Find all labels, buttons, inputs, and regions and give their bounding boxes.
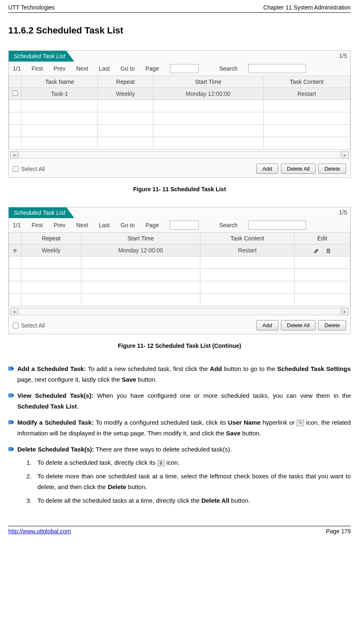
pager-first[interactable]: First	[31, 65, 43, 72]
search-input[interactable]	[248, 221, 306, 230]
figure-caption-2: Figure 11- 12 Scheduled Task List (Conti…	[8, 342, 351, 349]
footer-url-link[interactable]: http://www.uttglobal.com	[8, 528, 71, 535]
pager-next[interactable]: Next	[76, 65, 88, 72]
tab-scheduled-task-list[interactable]: Scheduled Task List	[9, 207, 74, 218]
page-footer: http://www.uttglobal.com Page 179	[8, 526, 351, 535]
content-list: Add a Scheduled Task: To add a new sched…	[8, 364, 351, 509]
col-edit: Edit	[294, 233, 350, 245]
goto-page-input[interactable]	[170, 64, 199, 73]
pager-last[interactable]: Last	[99, 65, 109, 72]
list-text: Delete Scheduled Task(s): There are thre…	[17, 444, 351, 509]
page-indicator: 1/5	[336, 51, 350, 61]
pager-goto-label: Go to	[121, 222, 135, 228]
delete-all-button[interactable]: Delete All	[281, 320, 316, 330]
bullet-arrow-icon	[8, 447, 14, 451]
select-all-label[interactable]: Select All	[13, 166, 45, 172]
select-all-checkbox[interactable]	[13, 323, 19, 328]
search-label: Search	[219, 65, 238, 72]
button-group: Add Delete All Delete	[256, 164, 346, 174]
num-text: To delete a scheduled task, directly cli…	[38, 457, 351, 468]
numbered-item-2: 2. To delete more than one scheduled tas…	[26, 471, 351, 492]
panel-top: Scheduled Task List 1/5	[9, 51, 350, 62]
col-repeat: Repeat	[21, 233, 81, 245]
numbered-list: 1. To delete a scheduled task, directly …	[26, 457, 351, 506]
scheduled-task-list-panel-1: Scheduled Task List 1/5 1/1 First Prev N…	[8, 50, 351, 178]
select-all-text: Select All	[21, 322, 45, 329]
table-row	[9, 269, 350, 281]
edit-icon: ✎	[297, 420, 304, 426]
pager-prev[interactable]: Prev	[54, 65, 66, 72]
scheduled-task-list-panel-2: Scheduled Task List 1/5 1/1 First Prev N…	[8, 207, 351, 334]
delete-button[interactable]: Delete	[318, 164, 346, 174]
select-all-label[interactable]: Select All	[13, 322, 45, 329]
pager-goto-label: Go to	[121, 65, 135, 72]
scroll-right-icon[interactable]: ►	[341, 308, 349, 315]
pager-prev[interactable]: Prev	[54, 222, 66, 228]
scroll-left-icon[interactable]: ◄	[10, 308, 18, 315]
num-label: 2.	[26, 471, 32, 492]
num-label: 3.	[26, 495, 32, 506]
tab-scheduled-task-list[interactable]: Scheduled Task List	[9, 51, 74, 62]
horizontal-scrollbar[interactable]: ◄ ►	[9, 306, 350, 317]
col-task-content: Task Content	[200, 233, 295, 245]
delete-button[interactable]: Delete	[318, 320, 346, 330]
table-row	[9, 294, 350, 306]
row-checkbox[interactable]	[12, 90, 18, 96]
add-button[interactable]: Add	[256, 320, 278, 330]
scroll-right-icon[interactable]: ►	[341, 151, 349, 159]
cell-task-content: Restart	[263, 88, 350, 100]
pager-page-label: Page	[145, 222, 159, 228]
svg-rect-1	[326, 249, 330, 250]
list-item-view: View Scheduled Task(s): When you have co…	[8, 390, 351, 411]
table-row	[9, 112, 350, 125]
list-item-delete: Delete Scheduled Task(s): There are thre…	[8, 444, 351, 509]
search-input[interactable]	[248, 64, 306, 73]
col-checkbox	[9, 76, 21, 88]
table-row	[9, 125, 350, 137]
pager-toolbar: 1/1 First Prev Next Last Go to Page Sear…	[9, 62, 350, 76]
scroll-track[interactable]	[19, 151, 340, 159]
table-row: Task-1 Weekly Monday 12:00:00 Restart	[9, 88, 350, 100]
table-row	[9, 137, 350, 150]
scroll-left-icon[interactable]: ◄	[10, 151, 18, 159]
horizontal-scrollbar[interactable]: ◄ ►	[9, 150, 350, 160]
pager-last[interactable]: Last	[99, 222, 109, 228]
list-text: Modify a Scheduled Task: To modify a con…	[17, 417, 351, 438]
col-task-content: Task Content	[263, 76, 350, 88]
table-row	[9, 281, 350, 294]
cell-task-name[interactable]: Task-1	[21, 88, 98, 100]
pager-next[interactable]: Next	[76, 222, 88, 228]
col-start-time: Start Time	[153, 76, 263, 88]
bullet-arrow-icon	[8, 393, 14, 397]
cell-partial: e	[9, 245, 21, 257]
add-button[interactable]: Add	[256, 164, 278, 174]
task-table: Repeat Start Time Task Content Edit e We…	[9, 232, 350, 306]
cell-repeat: Weekly	[21, 245, 81, 257]
table-row: e Weekly Monday 12:00:00 Restart	[9, 245, 350, 257]
search-label: Search	[219, 222, 238, 228]
panel-bottom-bar: Select All Add Delete All Delete	[9, 317, 350, 334]
col-start-time: Start Time	[81, 233, 200, 245]
num-text: To delete more than one scheduled task a…	[38, 471, 351, 492]
cell-task-content: Restart	[200, 245, 295, 257]
pager-counter: 1/1	[13, 222, 21, 228]
trash-icon[interactable]	[326, 248, 331, 254]
list-text: Add a Scheduled Task: To add a new sched…	[17, 364, 351, 385]
edit-icon[interactable]	[314, 248, 319, 254]
figure-caption-1: Figure 11- 11 Scheduled Task List	[8, 186, 351, 192]
cell-repeat: Weekly	[98, 88, 153, 100]
delete-all-button[interactable]: Delete All	[281, 164, 316, 174]
cell-start-time: Monday 12:00:00	[81, 245, 200, 257]
num-text: To delete all the scheduled tasks at a t…	[38, 495, 351, 506]
header-left: UTT Technologies	[8, 4, 55, 11]
list-item-modify: Modify a Scheduled Task: To modify a con…	[8, 417, 351, 438]
cell-edit-actions	[294, 245, 350, 257]
goto-page-input[interactable]	[170, 221, 199, 230]
panel-top: Scheduled Task List 1/5	[9, 207, 350, 218]
numbered-item-3: 3. To delete all the scheduled tasks at …	[26, 495, 351, 506]
scroll-track[interactable]	[19, 308, 340, 315]
pager-page-label: Page	[145, 65, 159, 72]
pager-first[interactable]: First	[31, 222, 43, 228]
select-all-checkbox[interactable]	[13, 166, 19, 172]
table-row	[9, 100, 350, 112]
